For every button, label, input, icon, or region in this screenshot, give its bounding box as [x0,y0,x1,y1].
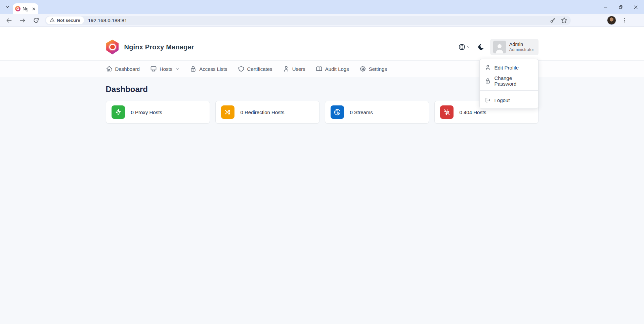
npm-favicon-icon [15,6,20,11]
stat-card-streams[interactable]: 0 Streams [325,101,429,124]
user-profile-button[interactable]: Admin Administrator [490,39,539,55]
nav-label: Settings [369,66,387,72]
main-nav: Dashboard Hosts Access Lists [0,60,644,77]
url-text: 192.168.0.188:81 [88,17,550,23]
warning-icon [50,18,55,23]
browser-profile-avatar[interactable] [607,16,616,25]
user-role: Administrator [509,47,534,53]
window-controls [602,0,639,14]
menu-divider [480,90,538,91]
site-security-chip[interactable]: Not secure [46,16,84,24]
nav-item-certificates[interactable]: Certificates [238,65,272,72]
gear-icon [359,65,366,72]
menu-item-label: Change Password [495,75,533,87]
nav-label: Hosts [160,66,172,72]
nav-label: Access Lists [199,66,227,72]
disc-icon [331,105,344,119]
menu-item-label: Edit Profile [495,65,519,71]
security-chip-label: Not secure [57,18,80,23]
nav-label: Certificates [247,66,272,72]
monitor-icon [150,65,157,72]
npm-logo-icon [106,40,119,54]
user-icon [283,65,290,72]
window-minimize-button[interactable] [602,4,608,10]
shield-icon [238,65,245,72]
tab-search-chevron-icon[interactable] [3,2,12,12]
nav-item-users[interactable]: Users [283,65,305,72]
bolt-off-icon [440,105,454,119]
window-restore-button[interactable] [617,4,624,10]
logout-icon [485,97,491,103]
stat-card-redirection-hosts[interactable]: 0 Redirection Hosts [215,101,319,124]
browser-tabstrip: Nginx [0,0,644,14]
browser-toolbar: Not secure 192.168.0.188:81 [0,14,644,27]
nav-label: Users [292,66,305,72]
menu-item-change-password[interactable]: Change Password [480,74,538,88]
nav-item-audit-logs[interactable]: Audit Logs [316,65,349,72]
stat-label: 0 Proxy Hosts [131,109,162,115]
menu-item-edit-profile[interactable]: Edit Profile [480,61,538,74]
browser-forward-button[interactable] [18,16,27,25]
page-title: Dashboard [106,85,539,94]
browser-tab[interactable]: Nginx [13,3,38,14]
tab-title: Nginx [23,6,30,11]
chevron-down-icon [176,67,179,71]
stat-label: 0 Redirection Hosts [241,109,285,115]
dark-mode-toggle[interactable] [475,41,487,53]
user-name: Admin [509,41,534,47]
password-key-icon[interactable] [550,17,556,24]
nav-item-access-lists[interactable]: Access Lists [190,65,227,72]
stat-label: 0 404 Hosts [460,109,486,115]
language-globe-button[interactable] [456,41,472,53]
menu-item-logout[interactable]: Logout [480,93,538,107]
browser-reload-button[interactable] [32,16,40,25]
nav-label: Audit Logs [325,66,349,72]
nav-item-dashboard[interactable]: Dashboard [106,65,140,72]
tab-close-icon[interactable] [32,7,36,11]
browser-menu-icon[interactable] [620,16,628,25]
menu-item-label: Logout [495,97,510,103]
home-icon [106,65,113,72]
stat-label: 0 Streams [350,109,373,115]
nav-label: Dashboard [115,66,140,72]
lock-icon [190,65,197,72]
user-icon [485,64,491,71]
window-close-button[interactable] [633,4,639,10]
address-bar[interactable]: Not secure 192.168.0.188:81 [45,16,571,25]
globe-icon [458,43,466,51]
user-dropdown-menu: Edit Profile Change Password [479,59,539,109]
chevron-down-icon [467,45,470,49]
moon-icon [477,43,485,51]
lock-icon [485,78,491,84]
bolt-icon [112,105,125,119]
book-icon [316,65,323,72]
bookmark-star-icon[interactable] [561,17,567,24]
nav-item-settings[interactable]: Settings [359,65,387,72]
app-title: Nginx Proxy Manager [124,43,194,51]
browser-back-button[interactable] [5,16,13,25]
nav-item-hosts[interactable]: Hosts [150,65,179,72]
stat-card-proxy-hosts[interactable]: 0 Proxy Hosts [106,101,210,124]
user-avatar [493,41,506,53]
shuffle-icon [221,105,234,119]
